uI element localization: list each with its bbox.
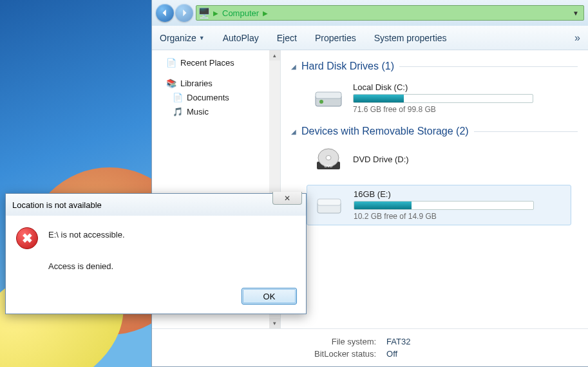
drive-e[interactable]: 16GB (E:) 10.2 GB free of 14.9 GB [307,185,571,225]
drive-name: Local Disk (C:) [353,82,565,92]
organize-label: Organize [160,33,196,43]
properties-label: Properties [315,33,356,43]
filesystem-value: FAT32 [386,335,410,348]
system-properties-label: System properties [374,33,447,43]
sidebar-item-label: Libraries [180,79,213,88]
ok-button[interactable]: OK [242,288,297,305]
libraries-icon: 📚 [166,78,176,88]
details-pane: File system: BitLocker status: FAT32 Off [152,328,588,366]
drive-info: DVD Drive (D:) [353,155,565,166]
capacity-bar [353,94,533,103]
documents-icon: 📄 [173,92,183,102]
capacity-bar [354,201,534,210]
hdd-icon [313,86,344,111]
dialog-titlebar[interactable]: Location is not available ✕ [6,194,306,216]
drive-list: ◢ Hard Disk Drives (1) Local Disk (C:) 7… [281,50,588,328]
category-removable: ◢ Devices with Removable Storage (2) [291,126,578,137]
filesystem-label: File system: [314,335,376,348]
drive-free-text: 10.2 GB free of 14.9 GB [354,212,564,221]
drive-free-text: 71.6 GB free of 99.8 GB [353,105,565,114]
sidebar-item-libraries[interactable]: 📚Libraries [155,76,278,90]
category-title: Hard Disk Drives (1) [301,61,394,72]
drive-name: DVD Drive (D:) [353,155,565,164]
computer-icon: 🖥️ [199,8,209,18]
autoplay-button[interactable]: AutoPlay [223,33,259,43]
chevron-right-icon: ▶ [263,10,268,17]
svg-rect-1 [316,92,341,99]
organize-menu[interactable]: Organize▼ [160,33,205,43]
dialog-body: ✖ E:\ is not accessible. Access is denie… [6,216,306,281]
drive-info: 16GB (E:) 10.2 GB free of 14.9 GB [354,189,564,221]
collapse-icon[interactable]: ◢ [291,63,296,70]
bitlocker-label: BitLocker status: [314,348,376,360]
recent-places-icon: 📄 [166,57,176,68]
music-icon: 🎵 [173,106,183,117]
capacity-fill [354,95,404,102]
eject-button[interactable]: Eject [277,33,297,43]
error-dialog: Location is not available ✕ ✖ E:\ is not… [5,193,307,314]
sidebar-item-label: Recent Places [180,58,234,68]
dialog-footer: OK [6,281,306,314]
svg-point-5 [326,156,331,160]
forward-button[interactable] [175,4,193,22]
breadcrumb-dropdown[interactable]: ▼ [571,10,581,17]
details-values: FAT32 Off [386,335,410,360]
autoplay-label: AutoPlay [223,33,259,43]
address-bar: 🖥️ ▶ Computer ▶ ▼ [152,0,588,26]
dialog-close-button[interactable]: ✕ [272,192,302,205]
toolbar-overflow[interactable]: » [574,32,580,44]
category-hdd: ◢ Hard Disk Drives (1) [291,61,578,72]
capacity-fill [354,202,412,209]
sidebar-item-music[interactable]: 🎵Music [155,104,278,118]
drive-name: 16GB (E:) [354,189,564,199]
sidebar-item-documents[interactable]: 📄Documents [155,90,278,104]
sidebar-item-recent-places[interactable]: 📄Recent Places [155,55,278,70]
error-icon: ✖ [16,227,38,249]
dialog-title-text: Location is not available [12,200,102,210]
svg-point-2 [319,100,323,104]
svg-text:DVD: DVD [325,164,333,168]
drive-c[interactable]: Local Disk (C:) 71.6 GB free of 99.8 GB [307,79,571,118]
breadcrumb-computer[interactable]: Computer [222,8,259,18]
dialog-message: E:\ is not accessible. Access is denied. [48,227,125,275]
nav-buttons [156,4,193,22]
dialog-line2: Access is denied. [48,259,125,275]
command-bar: Organize▼ AutoPlay Eject Properties Syst… [152,26,588,50]
properties-button[interactable]: Properties [315,33,356,43]
collapse-icon[interactable]: ◢ [291,128,296,135]
details-labels: File system: BitLocker status: [314,335,376,360]
dialog-line1: E:\ is not accessible. [48,227,125,243]
sidebar-item-label: Documents [187,93,229,102]
removable-disk-icon [314,193,345,218]
bitlocker-value: Off [386,348,410,360]
dvd-icon: DVD [313,147,344,173]
sidebar-item-label: Music [187,107,209,117]
system-properties-button[interactable]: System properties [374,33,447,43]
drive-info: Local Disk (C:) 71.6 GB free of 99.8 GB [353,82,565,114]
chevron-down-icon: ▼ [199,35,205,41]
category-title: Devices with Removable Storage (2) [301,126,469,137]
divider [474,131,578,132]
breadcrumb-box[interactable]: 🖥️ ▶ Computer ▶ ▼ [196,5,584,21]
divider [399,66,578,67]
close-icon: ✕ [284,194,290,203]
chevron-right-icon: ▶ [213,10,218,17]
back-button[interactable] [156,4,174,22]
eject-label: Eject [277,33,297,43]
svg-rect-8 [318,199,341,205]
drive-d[interactable]: DVD DVD Drive (D:) [307,144,571,177]
